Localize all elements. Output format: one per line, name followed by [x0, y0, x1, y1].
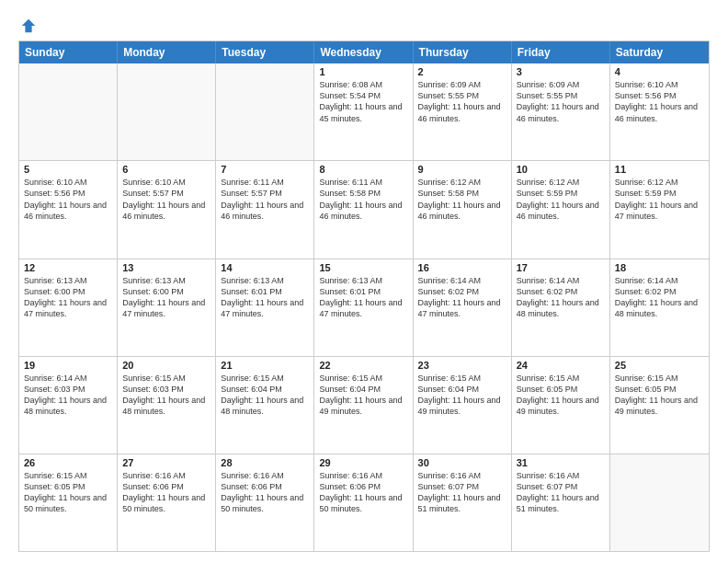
calendar-body: 1Sunrise: 6:08 AMSunset: 5:54 PMDaylight…: [19, 63, 709, 551]
day-header-thursday: Thursday: [414, 41, 512, 63]
day-number: 3: [517, 66, 605, 77]
day-info: Sunrise: 6:12 AMSunset: 5:59 PMDaylight:…: [615, 177, 704, 222]
day-cell-17: 17Sunrise: 6:14 AMSunset: 6:02 PMDayligh…: [512, 259, 610, 356]
day-number: 23: [418, 360, 506, 371]
page: SundayMondayTuesdayWednesdayThursdayFrid…: [0, 0, 728, 563]
logo-icon: [20, 17, 37, 34]
day-cell-28: 28Sunrise: 6:16 AMSunset: 6:06 PMDayligh…: [216, 454, 314, 551]
day-number: 29: [319, 457, 407, 468]
day-number: 20: [122, 360, 210, 371]
day-info: Sunrise: 6:13 AMSunset: 6:00 PMDaylight:…: [24, 275, 112, 320]
day-info: Sunrise: 6:16 AMSunset: 6:06 PMDaylight:…: [221, 470, 309, 515]
day-number: 9: [418, 164, 506, 175]
day-cell-25: 25Sunrise: 6:15 AMSunset: 6:05 PMDayligh…: [610, 357, 709, 454]
day-cell-31: 31Sunrise: 6:16 AMSunset: 6:07 PMDayligh…: [512, 454, 610, 551]
day-number: 7: [221, 164, 309, 175]
day-number: 1: [319, 66, 407, 77]
day-cell-14: 14Sunrise: 6:13 AMSunset: 6:01 PMDayligh…: [216, 259, 314, 356]
day-number: 10: [517, 164, 605, 175]
day-info: Sunrise: 6:10 AMSunset: 5:57 PMDaylight:…: [122, 177, 210, 222]
day-cell-4: 4Sunrise: 6:10 AMSunset: 5:56 PMDaylight…: [610, 63, 709, 160]
empty-cell: [19, 63, 118, 160]
day-number: 19: [24, 360, 112, 371]
day-cell-2: 2Sunrise: 6:09 AMSunset: 5:55 PMDaylight…: [414, 63, 512, 160]
calendar: SundayMondayTuesdayWednesdayThursdayFrid…: [18, 40, 710, 552]
day-cell-6: 6Sunrise: 6:10 AMSunset: 5:57 PMDaylight…: [118, 161, 216, 258]
day-number: 15: [319, 262, 407, 273]
day-number: 2: [418, 66, 506, 77]
day-header-monday: Monday: [118, 41, 216, 63]
day-info: Sunrise: 6:15 AMSunset: 6:04 PMDaylight:…: [221, 373, 309, 418]
day-info: Sunrise: 6:08 AMSunset: 5:54 PMDaylight:…: [319, 79, 407, 124]
day-info: Sunrise: 6:12 AMSunset: 5:58 PMDaylight:…: [418, 177, 506, 222]
day-cell-19: 19Sunrise: 6:14 AMSunset: 6:03 PMDayligh…: [19, 357, 118, 454]
day-number: 31: [517, 457, 605, 468]
day-cell-5: 5Sunrise: 6:10 AMSunset: 5:56 PMDaylight…: [19, 161, 118, 258]
day-info: Sunrise: 6:15 AMSunset: 6:05 PMDaylight:…: [615, 373, 704, 418]
day-cell-11: 11Sunrise: 6:12 AMSunset: 5:59 PMDayligh…: [610, 161, 709, 258]
day-cell-29: 29Sunrise: 6:16 AMSunset: 6:06 PMDayligh…: [314, 454, 413, 551]
day-info: Sunrise: 6:09 AMSunset: 5:55 PMDaylight:…: [517, 79, 605, 124]
day-number: 16: [418, 262, 506, 273]
day-cell-10: 10Sunrise: 6:12 AMSunset: 5:59 PMDayligh…: [512, 161, 610, 258]
day-number: 6: [122, 164, 210, 175]
day-cell-30: 30Sunrise: 6:16 AMSunset: 6:07 PMDayligh…: [414, 454, 512, 551]
day-info: Sunrise: 6:14 AMSunset: 6:02 PMDaylight:…: [418, 275, 506, 320]
day-info: Sunrise: 6:14 AMSunset: 6:02 PMDaylight:…: [615, 275, 704, 320]
day-number: 8: [319, 164, 407, 175]
day-cell-26: 26Sunrise: 6:15 AMSunset: 6:05 PMDayligh…: [19, 454, 118, 551]
day-number: 13: [122, 262, 210, 273]
day-info: Sunrise: 6:14 AMSunset: 6:03 PMDaylight:…: [24, 373, 112, 418]
day-info: Sunrise: 6:16 AMSunset: 6:07 PMDaylight:…: [517, 470, 605, 515]
day-number: 5: [24, 164, 112, 175]
day-number: 18: [615, 262, 704, 273]
day-info: Sunrise: 6:11 AMSunset: 5:58 PMDaylight:…: [319, 177, 407, 222]
day-info: Sunrise: 6:15 AMSunset: 6:03 PMDaylight:…: [122, 373, 210, 418]
day-number: 30: [418, 457, 506, 468]
day-info: Sunrise: 6:09 AMSunset: 5:55 PMDaylight:…: [418, 79, 506, 124]
day-header-saturday: Saturday: [610, 41, 709, 63]
logo-area: [18, 17, 37, 31]
day-cell-16: 16Sunrise: 6:14 AMSunset: 6:02 PMDayligh…: [414, 259, 512, 356]
day-info: Sunrise: 6:16 AMSunset: 6:06 PMDaylight:…: [122, 470, 210, 515]
day-number: 28: [221, 457, 309, 468]
day-number: 21: [221, 360, 309, 371]
day-cell-20: 20Sunrise: 6:15 AMSunset: 6:03 PMDayligh…: [118, 357, 216, 454]
svg-marker-0: [22, 19, 35, 32]
day-info: Sunrise: 6:15 AMSunset: 6:04 PMDaylight:…: [319, 373, 407, 418]
day-cell-24: 24Sunrise: 6:15 AMSunset: 6:05 PMDayligh…: [512, 357, 610, 454]
day-cell-22: 22Sunrise: 6:15 AMSunset: 6:04 PMDayligh…: [314, 357, 413, 454]
day-number: 17: [517, 262, 605, 273]
day-cell-27: 27Sunrise: 6:16 AMSunset: 6:06 PMDayligh…: [118, 454, 216, 551]
day-cell-15: 15Sunrise: 6:13 AMSunset: 6:01 PMDayligh…: [314, 259, 413, 356]
calendar-row-0: 1Sunrise: 6:08 AMSunset: 5:54 PMDaylight…: [19, 63, 709, 160]
day-number: 24: [517, 360, 605, 371]
calendar-row-2: 12Sunrise: 6:13 AMSunset: 6:00 PMDayligh…: [19, 259, 709, 356]
day-header-friday: Friday: [512, 41, 610, 63]
day-info: Sunrise: 6:13 AMSunset: 6:01 PMDaylight:…: [319, 275, 407, 320]
day-cell-9: 9Sunrise: 6:12 AMSunset: 5:58 PMDaylight…: [414, 161, 512, 258]
day-info: Sunrise: 6:16 AMSunset: 6:06 PMDaylight:…: [319, 470, 407, 515]
day-info: Sunrise: 6:13 AMSunset: 6:01 PMDaylight:…: [221, 275, 309, 320]
calendar-row-3: 19Sunrise: 6:14 AMSunset: 6:03 PMDayligh…: [19, 356, 709, 454]
day-number: 11: [615, 164, 704, 175]
day-number: 25: [615, 360, 704, 371]
day-info: Sunrise: 6:13 AMSunset: 6:00 PMDaylight:…: [122, 275, 210, 320]
empty-cell: [118, 63, 216, 160]
day-number: 14: [221, 262, 309, 273]
day-number: 26: [24, 457, 112, 468]
day-cell-23: 23Sunrise: 6:15 AMSunset: 6:04 PMDayligh…: [414, 357, 512, 454]
day-cell-3: 3Sunrise: 6:09 AMSunset: 5:55 PMDaylight…: [512, 63, 610, 160]
day-info: Sunrise: 6:15 AMSunset: 6:05 PMDaylight:…: [24, 470, 112, 515]
day-cell-18: 18Sunrise: 6:14 AMSunset: 6:02 PMDayligh…: [610, 259, 709, 356]
day-info: Sunrise: 6:10 AMSunset: 5:56 PMDaylight:…: [615, 79, 704, 124]
day-number: 22: [319, 360, 407, 371]
day-info: Sunrise: 6:11 AMSunset: 5:57 PMDaylight:…: [221, 177, 309, 222]
day-cell-7: 7Sunrise: 6:11 AMSunset: 5:57 PMDaylight…: [216, 161, 314, 258]
calendar-header: SundayMondayTuesdayWednesdayThursdayFrid…: [19, 41, 709, 63]
day-number: 12: [24, 262, 112, 273]
empty-cell: [216, 63, 314, 160]
day-info: Sunrise: 6:16 AMSunset: 6:07 PMDaylight:…: [418, 470, 506, 515]
logo: [18, 17, 37, 39]
day-cell-12: 12Sunrise: 6:13 AMSunset: 6:00 PMDayligh…: [19, 259, 118, 356]
